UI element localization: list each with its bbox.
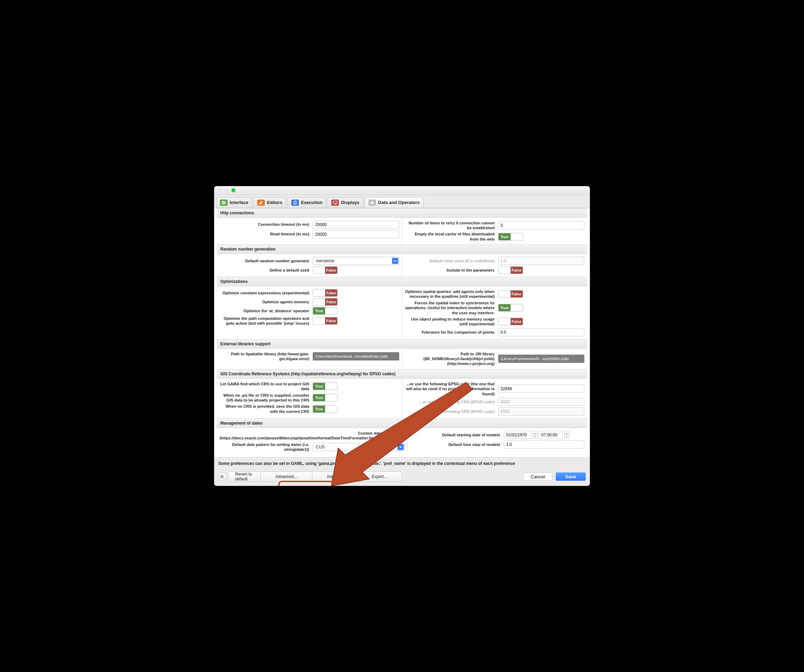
define-seed-toggle[interactable]: False (313, 266, 338, 274)
opt-path-label: Optimize the path computation operators … (220, 316, 313, 326)
gis-crs2-input (498, 398, 585, 406)
section-dates: Management of dates (217, 418, 587, 428)
preferences-window: Interface Editors Execution Displays Dat… (214, 186, 590, 486)
gis-save-toggle[interactable]: True (313, 405, 338, 413)
tab-bar: Interface Editors Execution Displays Dat… (214, 195, 590, 208)
read-timeout-label: Read timeout (in ms) (220, 232, 313, 237)
section-ext: External libraries support (217, 339, 587, 349)
svg-rect-6 (333, 201, 337, 203)
empty-cache-label: Empty the local cache of files downloade… (405, 232, 498, 241)
time-stepper[interactable]: ▴▾ (564, 431, 569, 439)
pencil-icon (257, 199, 265, 206)
spatialite-path[interactable]: /Users/ben/Download...t/models/Enter pat… (313, 352, 399, 360)
opt-path-toggle[interactable]: False (313, 317, 338, 325)
rng-gen-label: Default random number generator (220, 258, 313, 263)
footer-buttons: Revert to default Advanced... Import... … (214, 469, 590, 486)
opt-spatial-label: Optimize spatial queries: add agents onl… (405, 289, 498, 299)
opt-atdist-toggle[interactable]: True (313, 307, 338, 315)
gis-crs2-label: ...or use the following CRS (EPSG code) (405, 400, 498, 404)
close-window-icon[interactable] (217, 188, 222, 192)
opt-tol-input[interactable] (498, 328, 585, 336)
opt-atdist-label: Optimize the 'at_distance' operator (220, 308, 313, 313)
define-seed-label: Define a default seed (220, 268, 313, 272)
sliders-icon (220, 199, 227, 206)
svg-point-5 (223, 203, 224, 204)
jri-label: Path to JRI library ($R_HOME/library/rJa… (405, 352, 498, 366)
gis-epsg-label: ...or use the following EPSG code (the o… (405, 382, 498, 396)
opt-const-label: Optimize constant expressions (experimen… (220, 290, 313, 295)
gis-crs3-label: ... or use this following CRS (EPSG code… (405, 409, 498, 414)
retry-input[interactable] (498, 221, 585, 230)
export-button[interactable]: Export... (357, 471, 402, 482)
tab-displays[interactable]: Displays (327, 197, 363, 208)
opt-mem-label: Optimize agents memory (220, 300, 313, 304)
tab-interface-label: Interface (230, 200, 248, 205)
cancel-button[interactable]: Cancel (523, 473, 552, 481)
rng-gen-select[interactable]: mersenne (313, 257, 399, 265)
opt-sync-toggle[interactable]: True (498, 304, 523, 312)
start-date-label: Default starting date of models (411, 432, 504, 437)
tab-interface[interactable]: Interface (216, 197, 252, 208)
tab-data-operators[interactable]: Data and Operators (365, 197, 424, 208)
tab-editors-label: Editors (267, 200, 283, 205)
opt-const-toggle[interactable]: False (313, 289, 338, 297)
opt-pool-toggle[interactable]: False (498, 318, 523, 325)
section-rng: Random number generation (217, 244, 587, 254)
opt-tol-label: Tolerance for the comparison of points (405, 330, 498, 334)
seed-val-input (498, 257, 585, 265)
custom-date-input[interactable] (400, 431, 405, 440)
gis-save-label: When no CRS is provided, save the GIS da… (220, 404, 313, 414)
opt-mem-toggle[interactable]: False (313, 298, 338, 306)
gis-crs3-input (498, 407, 585, 416)
gis-epsg-input[interactable] (498, 385, 585, 393)
gis-auto-label: Let GAMA find which CRS to use to projec… (220, 382, 313, 391)
svg-point-3 (222, 201, 224, 202)
tab-execution-label: Execution (301, 200, 322, 205)
jri-path[interactable]: /Library/Frameworks/R...ava/jri/libjri.j… (498, 355, 585, 363)
opt-spatial-toggle[interactable]: False (498, 290, 523, 298)
opt-sync-label: Forces the spatial index to synchronize … (405, 300, 498, 315)
titlebar (214, 186, 590, 195)
tab-data-operators-label: Data and Operators (378, 200, 420, 205)
retry-label: Number of times to retry if connection c… (405, 220, 498, 230)
tab-editors[interactable]: Editors (253, 197, 286, 208)
advanced-button[interactable]: Advanced... (261, 471, 312, 482)
import-button[interactable]: Import... (312, 471, 357, 482)
default-pat-label: Default date pattern for writing dates (… (220, 442, 313, 452)
zoom-window-icon[interactable] (231, 188, 235, 192)
spatialite-label: Path to Spatialite library (http://www.g… (220, 352, 313, 362)
gis-noprj-toggle[interactable]: True (313, 394, 338, 401)
date-stepper[interactable]: ▴▾ (533, 431, 538, 439)
monitor-icon (331, 199, 339, 206)
puzzle-icon (369, 199, 376, 206)
default-pat-select[interactable]: CUS (313, 443, 405, 451)
save-button[interactable]: Save (556, 473, 586, 481)
content-area: Http connections Connection timeout (in … (214, 208, 590, 458)
footer-note: Some preferences can also be set in GAML… (214, 457, 590, 469)
gis-auto-toggle[interactable]: True (313, 383, 338, 390)
tab-execution[interactable]: Execution (288, 197, 326, 208)
gis-noprj-label: When no .prj file or CRS is supplied, co… (220, 393, 313, 403)
opt-pool-label: Use object pooling to reduce memory usag… (405, 317, 498, 327)
step-input[interactable] (504, 440, 584, 449)
include-params-toggle[interactable]: False (498, 266, 523, 274)
minimize-window-icon[interactable] (224, 188, 229, 192)
refresh-icon (291, 199, 299, 206)
start-time-input[interactable] (539, 431, 563, 439)
read-timeout-input[interactable] (313, 230, 399, 238)
section-http: Http connections (217, 208, 587, 218)
include-params-label: Include in the parameters (405, 268, 498, 272)
section-opt: Optimizations (217, 277, 587, 286)
tab-displays-label: Displays (341, 200, 359, 205)
start-date-input[interactable] (504, 431, 531, 439)
empty-cache-toggle[interactable]: True (498, 233, 523, 241)
section-gis: GIS Coordinate Reference Systems (http:/… (217, 369, 587, 379)
step-label: Default time step of models (411, 442, 504, 447)
custom-date-label: Custom date pattern (https://docs.oracle… (220, 431, 400, 441)
seed-val-label: Default seed value (0 is undefined) (405, 258, 498, 263)
conn-timeout-label: Connection timeout (in ms) (220, 222, 313, 227)
revert-button[interactable]: Revert to default (228, 471, 261, 482)
conn-timeout-input[interactable] (313, 220, 399, 229)
svg-point-4 (224, 202, 226, 203)
revert-icon[interactable] (218, 473, 226, 480)
